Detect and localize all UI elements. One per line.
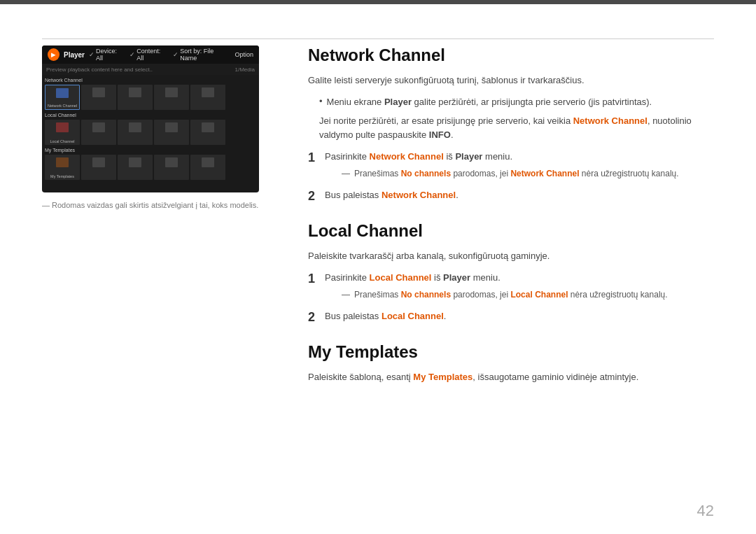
local-step-2-content: Bus paleistas Local Channel. [325, 309, 714, 324]
local-channel-orange-1: Local Channel [370, 272, 432, 283]
right-panel: Network Channel Galite leisti serveryje … [308, 45, 714, 506]
local-channel-section: Local Channel Local Channel [45, 112, 256, 145]
local-item-2 [81, 120, 116, 145]
li2-icon [92, 122, 105, 132]
sub-dash-1: ― [342, 167, 350, 180]
network-channel-title: Network Channel [45, 77, 256, 83]
local-step-2-number: 2 [308, 309, 325, 325]
step-1-number: 1 [308, 150, 325, 166]
ti2-icon [92, 157, 105, 167]
player-header: ▶ Player ✓ Device: All ✓ Content: All ✓ … [42, 45, 259, 64]
player-label: Player [64, 51, 85, 59]
local-step-1: 1 Pasirinkite Local Channel iš Player me… [308, 271, 714, 304]
local-item-5 [190, 120, 225, 145]
page-layout: ▶ Player ✓ Device: All ✓ Content: All ✓ … [42, 45, 714, 506]
local-channel-orange-3: Local Channel [382, 311, 444, 321]
bullet-text-1: Meniu ekrane Player galite peržiūrėti, a… [327, 95, 652, 110]
local-step-1-content: Pasirinkite Local Channel iš Player meni… [325, 271, 714, 304]
local-channel-orange-2: Local Channel [510, 290, 568, 300]
local-item-3 [118, 120, 153, 145]
my-templates-intro: Paleiskite šabloną, esantį My Templates,… [308, 370, 714, 385]
player-bold-2: Player [455, 151, 482, 162]
my-templates-row: My Templates [45, 155, 256, 180]
template-item-1: My Templates [45, 155, 80, 180]
no-channels-orange-2: No channels [401, 290, 451, 300]
li5-icon [202, 122, 214, 132]
local-intro: Paleiskite tvarkaraščį arba kanalą, suko… [308, 249, 714, 264]
template-item-2 [81, 155, 116, 180]
template-item-3 [118, 155, 153, 180]
page-number: 42 [697, 502, 714, 520]
my-templates-orange: My Templates [413, 372, 472, 382]
screenshot-caption: ― Rodomas vaizdas gali skirtis atsižvelg… [42, 199, 280, 211]
network-step-2: 2 Bus paleistas Network Channel. [308, 188, 714, 204]
network-channel-section: Network Channel Network Channel [45, 77, 256, 110]
no-channels-orange-1: No channels [401, 169, 451, 178]
network-channel-orange-2: Network Channel [370, 151, 444, 162]
network-channel-orange-1: Network Channel [573, 115, 648, 126]
template-item-5 [190, 155, 225, 180]
network-item-3 [118, 85, 153, 110]
option-control: Option [234, 48, 253, 62]
local-sub-dash: ― [342, 288, 350, 301]
player-icon-label: ▶ [51, 52, 55, 58]
local-item-label: Local Channel [45, 139, 80, 143]
local-sub-note-text: Pranešimas No channels parodomas, jei Lo… [354, 288, 668, 301]
local-item-4 [154, 120, 189, 145]
player-sections: Network Channel Network Channel [42, 75, 259, 184]
ni2-icon [92, 87, 105, 97]
sub-note-text-1: Pranešimas No channels parodomas, jei Ne… [354, 167, 679, 180]
template-item-4 [154, 155, 189, 180]
left-panel: ▶ Player ✓ Device: All ✓ Content: All ✓ … [42, 45, 280, 506]
player-count: 1/Media [235, 66, 255, 73]
top-bar [0, 0, 756, 4]
step-1-content: Pasirinkite Network Channel iš Player me… [325, 150, 714, 183]
li3-icon [129, 122, 141, 132]
ti5-icon [202, 157, 214, 167]
sort-control: ✓ Sort by: File Name [173, 48, 227, 62]
network-bullet-1: • Meniu ekrane Player galite peržiūrėti,… [308, 95, 714, 110]
my-templates-title: My Templates [45, 147, 256, 153]
network-channel-orange-4: Network Channel [382, 190, 456, 200]
network-item-label: Network Channel [46, 104, 79, 108]
my-templates-heading: My Templates [308, 342, 714, 362]
network-step-1: 1 Pasirinkite Network Channel iš Player … [308, 150, 714, 183]
step-2-content: Bus paleistas Network Channel. [325, 188, 714, 203]
step-2-number: 2 [308, 188, 325, 204]
network-intro: Galite leisti serveryje sukonfigūruotą t… [308, 73, 714, 88]
local-icon [56, 122, 69, 132]
li4-icon [165, 122, 178, 132]
player-bold-1: Player [384, 97, 412, 107]
network-item-selected: Network Channel [45, 85, 80, 110]
local-channel-row: Local Channel [45, 120, 256, 145]
network-channel-row: Network Channel [45, 85, 256, 110]
player-icon: ▶ [48, 48, 59, 61]
local-item-1: Local Channel [45, 120, 80, 145]
info-bold: INFO [429, 129, 451, 140]
device-control: ✓ Device: All [89, 48, 122, 62]
local-sub-note-1: ― Pranešimas No channels parodomas, jei … [342, 288, 714, 301]
network-sub-note-1: ― Pranešimas No channels parodomas, jei … [342, 167, 714, 180]
network-icon [56, 88, 69, 98]
player-controls: ✓ Device: All ✓ Content: All ✓ Sort by: … [89, 48, 253, 62]
content-control: ✓ Content: All [130, 48, 166, 62]
ti3-icon [129, 157, 141, 167]
ni4-icon [165, 87, 178, 97]
search-text: Preview playback content here and select… [46, 66, 153, 73]
my-templates-section: My Templates My Templates [45, 147, 256, 180]
network-channel-orange-3: Network Channel [510, 169, 579, 178]
network-item-4 [154, 85, 189, 110]
network-item-2 [81, 85, 116, 110]
ti4-icon [165, 157, 178, 167]
network-info-note: Jei norite peržiūrėti, ar esate prisijun… [308, 114, 714, 143]
ni5-icon [202, 87, 214, 97]
local-channel-title: Local Channel [45, 112, 256, 118]
player-search-bar: Preview playback content here and select… [42, 64, 259, 75]
local-channel-heading: Local Channel [308, 221, 714, 241]
template-item-label: My Templates [45, 174, 80, 178]
screenshot-box: ▶ Player ✓ Device: All ✓ Content: All ✓ … [42, 45, 259, 192]
bullet-dot: • [319, 96, 323, 106]
top-line [42, 38, 714, 39]
network-item-5 [190, 85, 225, 110]
network-channel-heading: Network Channel [308, 45, 714, 65]
